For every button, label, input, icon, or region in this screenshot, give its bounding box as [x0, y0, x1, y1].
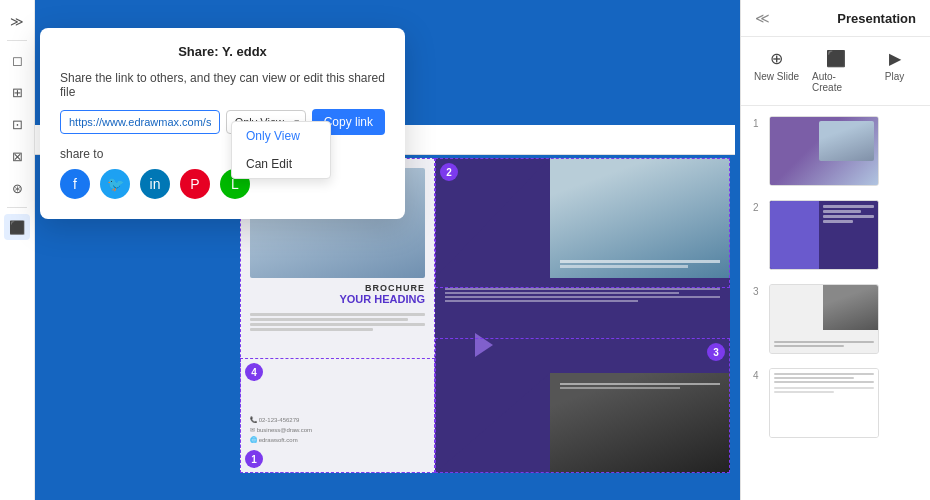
play-label: Play — [885, 71, 904, 82]
right-panel: ≪ Presentation ⊕ New Slide ⬛ Auto-Create… — [740, 0, 930, 500]
brochure-contact: 📞 02-123-456279 ✉ business@draw.com 🌐 ed… — [250, 416, 425, 443]
panel-title: Presentation — [837, 11, 916, 26]
share-dialog-title: Share: Y. eddx — [60, 44, 385, 59]
brochure-image-2 — [550, 158, 730, 278]
auto-create-label: Auto-Create — [812, 71, 859, 93]
slides-btn[interactable]: ⬛ — [4, 214, 30, 240]
slide-thumbnail-4 — [769, 368, 879, 438]
linkedin-share-btn[interactable]: in — [140, 169, 170, 199]
slide-item-4[interactable]: 4 — [749, 364, 922, 442]
slide-thumbnail-1 — [769, 116, 879, 186]
brochure-right-panel — [435, 158, 730, 473]
only-view-menu-item[interactable]: Only View — [232, 122, 330, 150]
new-slide-label: New Slide — [754, 71, 799, 82]
panel-actions: ⊕ New Slide ⬛ Auto-Create ▶ Play — [741, 37, 930, 106]
slide-item-3[interactable]: 3 — [749, 280, 922, 358]
permission-dropdown-menu: Only View Can Edit — [231, 121, 331, 179]
pinterest-share-btn[interactable]: P — [180, 169, 210, 199]
brochure-triangle-2 — [435, 373, 550, 473]
play-icon: ▶ — [889, 49, 901, 68]
auto-create-btn[interactable]: ⬛ Auto-Create — [810, 45, 861, 97]
slide-number-2: 2 — [753, 202, 763, 213]
facebook-share-btn[interactable]: f — [60, 169, 90, 199]
slide-number-1: 1 — [753, 118, 763, 129]
slide-thumbnail-3 — [769, 284, 879, 354]
share-url-input[interactable] — [60, 110, 220, 134]
share-description: Share the link to others, and they can v… — [60, 71, 385, 99]
social-icons-row: f 🐦 in P L — [60, 169, 385, 199]
slide-item-1[interactable]: 1 — [749, 112, 922, 190]
auto-create-icon: ⬛ — [826, 49, 846, 68]
can-edit-menu-item[interactable]: Can Edit — [232, 150, 330, 178]
share-link-row: Only View Can Edit ▼ Copy link — [60, 109, 385, 135]
separator — [7, 40, 27, 41]
play-btn[interactable]: ▶ Play — [869, 45, 920, 97]
new-slide-icon: ⊕ — [770, 49, 783, 68]
connect-btn[interactable]: ⊛ — [4, 175, 30, 201]
slides-list: 1 2 — [741, 106, 930, 500]
assets-btn[interactable]: ⊠ — [4, 143, 30, 169]
select-tool-btn[interactable]: ◻ — [4, 47, 30, 73]
separator-2 — [7, 207, 27, 208]
layers-btn[interactable]: ⊡ — [4, 111, 30, 137]
share-dialog: Share: Y. eddx Share the link to others,… — [40, 28, 405, 219]
left-toolbar: ≫ ◻ ⊞ ⊡ ⊠ ⊛ ⬛ — [0, 0, 35, 500]
brochure-image-3 — [550, 373, 730, 473]
panel-header: ≪ Presentation — [741, 0, 930, 37]
panel-collapse-btn[interactable]: ≪ — [755, 10, 770, 26]
brochure-triangle-1 — [435, 158, 550, 278]
twitter-share-btn[interactable]: 🐦 — [100, 169, 130, 199]
slide-number-4: 4 — [753, 370, 763, 381]
slide-item-2[interactable]: 2 — [749, 196, 922, 274]
slide-thumbnail-2 — [769, 200, 879, 270]
slide-number-3: 3 — [753, 286, 763, 297]
collapse-panel-btn[interactable]: ≫ — [4, 8, 30, 34]
brochure-heading: BROCHURE YOUR HEADING — [250, 283, 425, 305]
share-to-label: share to — [60, 147, 385, 161]
new-slide-btn[interactable]: ⊕ New Slide — [751, 45, 802, 97]
grid-btn[interactable]: ⊞ — [4, 79, 30, 105]
brochure-body-text — [250, 313, 425, 337]
brochure-arrow — [475, 333, 493, 357]
brochure-mid-text — [445, 288, 720, 304]
